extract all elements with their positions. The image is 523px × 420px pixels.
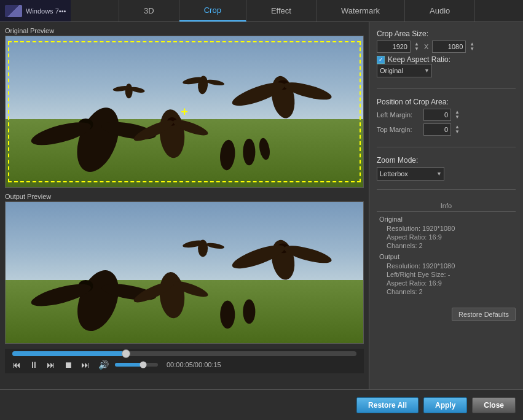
zoom-section: Zoom Mode: Letterbox Pan & Scan Full ▼ [377,156,516,181]
tab-crop[interactable]: Crop [179,0,246,21]
x-separator: X [424,43,428,50]
output-eye-size: Left/Right Eye Size: - [387,271,516,278]
svg-point-29 [158,271,187,319]
divider-2 [377,147,516,147]
restore-all-button[interactable]: Restore All [356,397,419,413]
app-logo-icon [5,5,22,17]
output-channels: Channels: 2 [387,288,516,295]
svg-point-36 [243,300,255,324]
zoom-select-wrapper: Letterbox Pan & Scan Full ▼ [377,167,444,181]
original-video-frame: + [5,36,364,188]
aspect-select[interactable]: Original 16:9 4:3 1:1 [377,64,432,77]
left-margin-input[interactable] [423,109,451,121]
svg-point-19 [243,139,255,166]
progress-fill [12,351,126,356]
crop-height-input[interactable] [432,41,466,53]
app-logo-text: Windows 7••• [26,7,66,15]
svg-point-25 [69,265,126,336]
volume-track[interactable] [115,363,158,367]
svg-point-14 [206,79,225,87]
progress-thumb[interactable] [122,349,130,358]
svg-point-34 [206,242,225,250]
crop-size-row: ▲ ▼ X ▲ ▼ [377,41,516,53]
output-video-frame [5,201,364,344]
top-margin-spinner[interactable]: ▲ ▼ [454,125,461,134]
keep-aspect-checkbox[interactable]: ✓ [377,56,385,64]
aspect-select-wrapper: Original 16:9 4:3 1:1 ▼ [377,64,432,77]
info-header: Info [377,202,516,212]
output-preview-section: Output Preview [5,193,364,344]
crop-area-size-section: Crop Area Size: ▲ ▼ X ▲ ▼ ✓ Keep Aspect … [377,29,516,80]
output-info-label: Output [379,253,516,260]
tab-effect[interactable]: Effect [246,0,317,21]
skip-forward-button[interactable]: ⏭ [44,359,58,371]
original-video-scene: + [6,36,363,187]
svg-point-15 [125,84,133,98]
volume-fill [115,363,143,367]
crop-width-input[interactable] [377,41,411,53]
preview-panel: Original Preview [0,22,369,389]
close-button[interactable]: Close [472,397,516,413]
controls-panel: Crop Area Size: ▲ ▼ X ▲ ▼ ✓ Keep Aspect … [369,22,523,389]
top-margin-row: Top Margin: ▲ ▼ [377,123,516,136]
app-logo: Windows 7••• [0,0,71,21]
width-spinner[interactable]: ▲ ▼ [413,42,420,52]
original-resolution: Resolution: 1920*1080 [387,225,516,232]
top-margin-label: Top Margin: [377,126,420,133]
volume-icon[interactable]: 🔊 [96,359,111,371]
left-margin-down[interactable]: ▼ [454,115,461,120]
info-section: Info Original Resolution: 1920*1080 Aspe… [377,198,516,300]
top-margin-input[interactable] [423,123,451,136]
main-content: Original Preview [0,22,523,389]
svg-point-20 [258,138,271,161]
skip-end-button[interactable]: ⏭ [79,359,92,371]
progress-track[interactable] [12,351,356,356]
output-birds-svg [6,202,363,343]
output-preview-label: Output Preview [5,193,364,200]
zoom-select[interactable]: Letterbox Pan & Scan Full [377,167,444,181]
original-info-label: Original [379,216,516,223]
top-bar: Windows 7••• 3D Crop Effect Watermark Au… [0,0,523,22]
restore-defaults-button[interactable]: Restore Defaults [452,308,516,321]
height-spinner[interactable]: ▲ ▼ [468,42,476,52]
left-margin-spinner[interactable]: ▲ ▼ [454,110,461,120]
skip-start-button[interactable]: ⏮ [10,359,23,371]
bottom-bar: Restore All Apply Close [0,389,523,420]
left-margin-label: Left Margin: [377,111,420,119]
height-down-arrow[interactable]: ▼ [468,47,476,52]
play-pause-button[interactable]: ⏸ [27,359,41,371]
tab-audio[interactable]: Audio [405,0,475,21]
top-margin-down[interactable]: ▼ [454,130,461,134]
tabs-bar: 3D Crop Effect Watermark Audio [71,0,523,21]
output-aspect: Aspect Ratio: 16:9 [387,279,516,287]
svg-point-18 [219,139,236,171]
keep-aspect-label: Keep Aspect Ratio: [388,55,450,64]
volume-thumb[interactable] [140,362,146,368]
aspect-select-row: Original 16:9 4:3 1:1 ▼ [377,64,516,77]
original-preview-section: Original Preview [5,27,364,188]
birds-svg [6,36,363,187]
time-display: 00:00:05/00:00:15 [167,361,221,368]
divider-3 [377,189,516,190]
svg-point-8 [157,108,186,159]
zoom-label: Zoom Mode: [377,156,516,165]
crop-position-section: Position of Crop Area: Left Margin: ▲ ▼ … [377,98,516,138]
original-channels: Channels: 2 [387,242,516,249]
output-video-scene [6,202,363,343]
svg-point-4 [69,102,127,177]
crop-area-size-label: Crop Area Size: [377,29,516,38]
original-preview-label: Original Preview [5,27,364,34]
checkbox-check-icon: ✓ [379,56,383,63]
output-resolution: Resolution: 1920*1080 [387,262,516,270]
keep-aspect-row: ✓ Keep Aspect Ratio: [377,55,516,64]
tab-watermark[interactable]: Watermark [317,0,405,21]
tab-3d[interactable]: 3D [119,0,179,21]
original-aspect: Aspect Ratio: 16:9 [387,233,516,241]
controls-row: ⏮ ⏸ ⏭ ⏹ ⏭ 🔊 00:00:05/00:00:15 [10,359,359,371]
apply-button[interactable]: Apply [423,397,467,413]
width-down-arrow[interactable]: ▼ [413,47,420,52]
svg-point-35 [220,301,235,329]
stop-button[interactable]: ⏹ [61,359,75,371]
divider-1 [377,88,516,89]
left-margin-row: Left Margin: ▲ ▼ [377,109,516,121]
